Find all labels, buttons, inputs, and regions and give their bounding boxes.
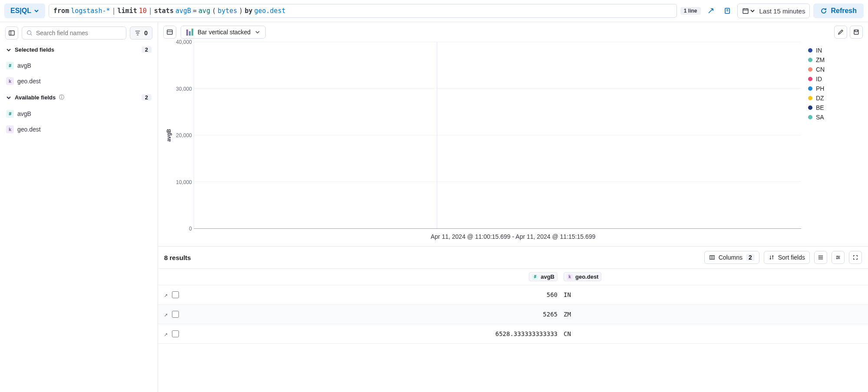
- density-icon: [818, 254, 824, 260]
- collapse-sidebar-button[interactable]: [5, 26, 18, 40]
- time-picker[interactable]: Last 15 minutes: [737, 3, 810, 18]
- field-item-avgb-available[interactable]: # avgB: [5, 108, 152, 119]
- legend-item[interactable]: ZM: [808, 55, 859, 65]
- expand-row-button[interactable]: ↗: [164, 311, 168, 318]
- search-icon: [26, 30, 33, 36]
- cell-avgb: 5265: [190, 311, 564, 318]
- docs-button[interactable]: [721, 4, 734, 17]
- results-count: 8 results: [164, 254, 191, 261]
- expand-row-button[interactable]: ↗: [164, 291, 168, 298]
- bar-chart-icon: [186, 29, 193, 36]
- row-checkbox[interactable]: [172, 291, 179, 298]
- legend-item[interactable]: PH: [808, 84, 859, 93]
- filter-icon: [135, 30, 141, 36]
- display-options-button[interactable]: [832, 251, 845, 264]
- time-range-label: Last 15 minutes: [759, 7, 805, 15]
- field-item-geodest-available[interactable]: k geo.dest: [5, 124, 152, 135]
- column-header-avgb[interactable]: # avgB: [529, 272, 558, 281]
- row-checkbox[interactable]: [172, 330, 179, 337]
- toggle-chart-button[interactable]: [163, 26, 176, 39]
- legend-dot-icon: [808, 115, 812, 119]
- field-type-number-icon: #: [6, 62, 14, 69]
- legend-label: ZM: [816, 56, 825, 63]
- row-checkbox[interactable]: [172, 311, 179, 318]
- field-type-number-icon: #: [6, 110, 14, 118]
- cell-avgb: 6528.333333333333: [190, 330, 564, 337]
- table-header: # avgB k geo.dest: [158, 269, 868, 285]
- field-search-input[interactable]: [36, 30, 122, 36]
- esql-label: ES|QL: [10, 7, 31, 15]
- x-axis-label: Apr 11, 2024 @ 11:00:15.699 - Apr 11, 20…: [164, 229, 862, 243]
- legend-item[interactable]: ID: [808, 74, 859, 84]
- legend-dot-icon: [808, 58, 812, 62]
- filter-count: 0: [144, 30, 148, 36]
- book-icon: [724, 7, 731, 14]
- svg-point-7: [837, 256, 838, 257]
- column-header-geodest[interactable]: k geo.dest: [564, 272, 601, 281]
- field-search[interactable]: [22, 26, 126, 40]
- y-axis-label: avgB: [164, 129, 174, 142]
- edit-vis-button[interactable]: [834, 26, 847, 39]
- sliders-icon: [835, 254, 841, 260]
- legend-label: BE: [816, 104, 824, 111]
- sort-icon: [769, 254, 775, 260]
- save-icon: [853, 29, 860, 36]
- legend-item[interactable]: IN: [808, 46, 859, 55]
- svg-rect-6: [710, 256, 714, 260]
- chevron-down-icon: [6, 95, 11, 100]
- svg-rect-2: [9, 31, 14, 35]
- chart-area: avgB 40,000 30,000 20,000 10,000 0: [158, 42, 868, 246]
- selected-fields-count: 2: [142, 46, 152, 53]
- fullscreen-button[interactable]: [849, 251, 862, 264]
- table-row: ↗5265ZM: [158, 305, 868, 324]
- calendar-icon: [742, 7, 749, 14]
- panel-icon: [166, 29, 173, 36]
- sort-fields-button[interactable]: Sort fields: [764, 251, 810, 264]
- legend-item[interactable]: SA: [808, 112, 859, 122]
- y-axis: 40,000 30,000 20,000 10,000 0: [174, 42, 194, 229]
- table-row: ↗6528.333333333333CN: [158, 324, 868, 344]
- esql-mode-button[interactable]: ES|QL: [4, 3, 45, 18]
- legend-dot-icon: [808, 86, 812, 91]
- selected-fields-header[interactable]: Selected fields 2: [5, 44, 152, 56]
- svg-point-9: [836, 258, 837, 259]
- legend-label: PH: [816, 85, 824, 92]
- svg-rect-1: [743, 9, 748, 13]
- cell-geodest: CN: [564, 330, 862, 337]
- cell-geodest: IN: [564, 291, 862, 298]
- cell-geodest: ZM: [564, 311, 862, 318]
- expand-icon: [707, 7, 714, 14]
- legend-item[interactable]: CN: [808, 65, 859, 74]
- legend-label: SA: [816, 114, 824, 121]
- vis-type-selector[interactable]: Bar vertical stacked: [181, 26, 266, 39]
- expand-row-button[interactable]: ↗: [164, 330, 168, 337]
- chevron-down-icon: [255, 30, 260, 35]
- available-fields-header[interactable]: Available fields ⓘ 2: [5, 91, 152, 104]
- fields-sidebar: 0 Selected fields 2 # avgB k geo.dest: [0, 22, 158, 392]
- chart-plot[interactable]: [194, 42, 801, 229]
- available-fields-count: 2: [142, 94, 152, 101]
- fullscreen-icon: [852, 254, 858, 260]
- field-item-geodest[interactable]: k geo.dest: [5, 76, 152, 87]
- legend-dot-icon: [808, 67, 812, 72]
- field-filter-button[interactable]: 0: [130, 26, 152, 40]
- query-input[interactable]: from logstash-* | limit 10 | stats avgB …: [49, 4, 677, 18]
- columns-button[interactable]: Columns 2: [704, 251, 759, 264]
- legend-dot-icon: [808, 105, 812, 110]
- query-bar: ES|QL from logstash-* | limit 10 | stats…: [0, 0, 868, 22]
- line-count-badge: 1 line: [680, 7, 701, 15]
- legend-item[interactable]: DZ: [808, 93, 859, 103]
- legend-item[interactable]: BE: [808, 103, 859, 112]
- expand-editor-button[interactable]: [704, 4, 717, 17]
- svg-rect-4: [167, 30, 172, 34]
- results-table: # avgB k geo.dest ↗560IN↗5265ZM↗6528.333…: [158, 268, 868, 344]
- density-button[interactable]: [814, 251, 827, 264]
- svg-point-8: [838, 257, 839, 258]
- legend-dot-icon: [808, 96, 812, 100]
- chevron-down-icon: [750, 8, 755, 13]
- save-vis-button[interactable]: [850, 26, 863, 39]
- refresh-button[interactable]: Refresh: [813, 3, 864, 18]
- legend-label: IN: [816, 47, 822, 54]
- field-item-avgb[interactable]: # avgB: [5, 60, 152, 71]
- field-type-keyword-icon: k: [6, 125, 14, 133]
